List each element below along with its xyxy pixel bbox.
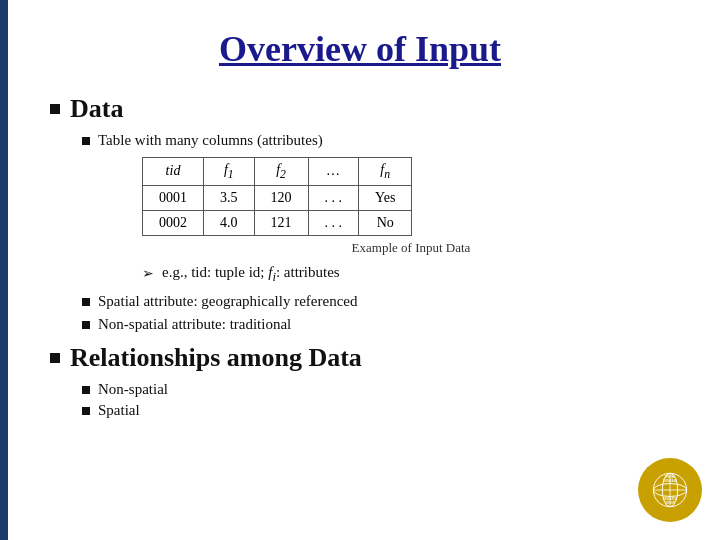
col-f1: f1 — [204, 158, 255, 186]
rel-nonspatial-text: Non-spatial — [98, 381, 168, 398]
spatial-attr-row: Spatial attribute: geographically refere… — [82, 293, 680, 310]
bullet-rel — [50, 353, 60, 363]
rel-spatial-row: Spatial — [82, 402, 680, 419]
nonspatial-attr-row: Non-spatial attribute: traditional — [82, 316, 680, 333]
cell-dots-1: . . . — [308, 185, 359, 210]
slide-title: Overview of Input — [40, 28, 680, 70]
table-row: 0002 4.0 121 . . . No — [143, 210, 412, 235]
data-subsection: Table with many columns (attributes) tid… — [82, 132, 680, 333]
slide: Overview of Input Data Table with many c… — [0, 0, 720, 540]
sub-bullet-rel-nonspatial — [82, 386, 90, 394]
table-description-text: Table with many columns (attributes) — [98, 132, 323, 149]
cell-f2-2: 121 — [254, 210, 308, 235]
spatial-attr-text: Spatial attribute: geographically refere… — [98, 293, 357, 310]
rel-nonspatial-row: Non-spatial — [82, 381, 680, 398]
col-tid: tid — [143, 158, 204, 186]
sub-bullet-spatial — [82, 298, 90, 306]
cell-dots-2: . . . — [308, 210, 359, 235]
globe-icon: SPATIAL DATABASE RESEARCH GROUP — [652, 472, 688, 508]
cell-tid-2: 0002 — [143, 210, 204, 235]
cell-f2-1: 120 — [254, 185, 308, 210]
svg-text:RESEARCH: RESEARCH — [663, 497, 678, 501]
cell-fn-1: Yes — [359, 185, 412, 210]
bullet-data — [50, 104, 60, 114]
svg-text:GROUP: GROUP — [665, 501, 675, 505]
rel-section-title: Relationships among Data — [50, 343, 680, 373]
cell-f1-1: 3.5 — [204, 185, 255, 210]
col-fn: fn — [359, 158, 412, 186]
svg-text:SPATIAL: SPATIAL — [665, 475, 676, 479]
col-ellipsis: … — [308, 158, 359, 186]
cell-f1-2: 4.0 — [204, 210, 255, 235]
table-header-row: tid f1 f2 … fn — [143, 158, 412, 186]
arrow-note-row: ➢ e.g., tid: tuple id; fi: attributes — [142, 264, 680, 285]
sub-bullet-rel-spatial — [82, 407, 90, 415]
input-table-container: tid f1 f2 … fn 0001 3.5 120 . . . — [142, 157, 680, 256]
input-data-table: tid f1 f2 … fn 0001 3.5 120 . . . — [142, 157, 412, 236]
sub-bullet-nonspatial — [82, 321, 90, 329]
table-row: 0001 3.5 120 . . . Yes — [143, 185, 412, 210]
arrow-note-text: e.g., tid: tuple id; fi: attributes — [162, 264, 340, 285]
section-data-title: Data — [50, 94, 680, 124]
relationships-section: Relationships among Data Non-spatial Spa… — [40, 343, 680, 419]
rel-spatial-text: Spatial — [98, 402, 140, 419]
table-caption: Example of Input Data — [142, 240, 680, 256]
table-description-row: Table with many columns (attributes) — [82, 132, 680, 149]
cell-tid-1: 0001 — [143, 185, 204, 210]
svg-text:DATABASE: DATABASE — [663, 479, 677, 483]
cell-fn-2: No — [359, 210, 412, 235]
nonspatial-attr-text: Non-spatial attribute: traditional — [98, 316, 291, 333]
sub-bullet-table — [82, 137, 90, 145]
rel-subsection: Non-spatial Spatial — [82, 381, 680, 419]
logo-badge: SPATIAL DATABASE RESEARCH GROUP — [638, 458, 702, 522]
data-section: Data Table with many columns (attributes… — [40, 94, 680, 333]
arrow-icon: ➢ — [142, 265, 154, 282]
col-f2: f2 — [254, 158, 308, 186]
